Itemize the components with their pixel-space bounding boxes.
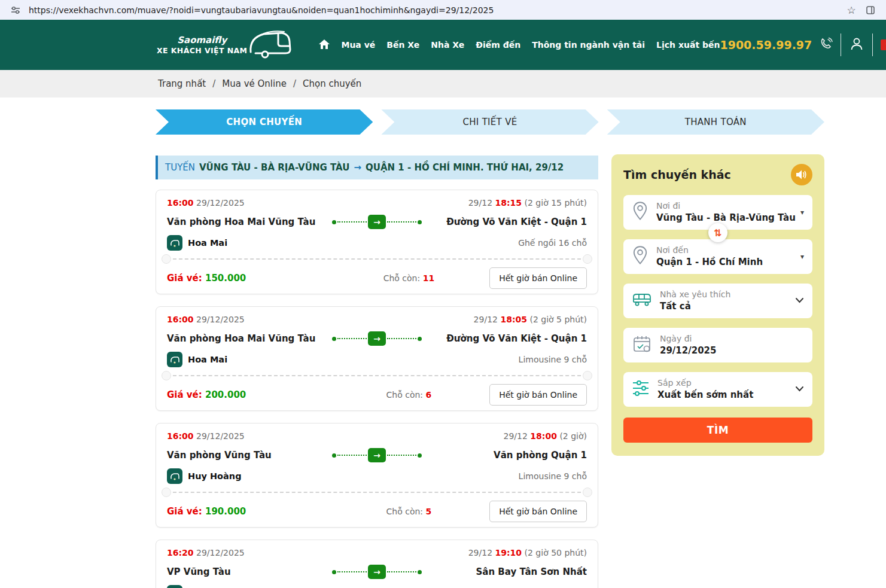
bus-direction-icon: → [368, 448, 386, 462]
ticket-divider [167, 492, 587, 493]
trip-card[interactable]: 16:20 29/12/2025 29/12 19:10 (2 giờ 50 p… [156, 540, 598, 588]
origin-point: Văn phòng Hoa Mai Vũng Tàu [167, 217, 326, 227]
destination-label: Nơi đến [656, 245, 763, 256]
favorite-operator-select[interactable]: Nhà xe yêu thích Tất cả [623, 284, 812, 318]
nav-item-thong-tin[interactable]: Thông tin ngành vận tải [532, 40, 645, 50]
departure-date: 29/12/2025 [196, 548, 245, 557]
audio-speaker-icon[interactable] [791, 164, 812, 185]
ticket-divider [167, 375, 587, 376]
destination-point: Đường Võ Văn Kiệt - Quận 1 [428, 333, 587, 344]
phone-icon [820, 37, 833, 53]
arrival-time: 18:15 [495, 198, 522, 208]
route-arrow-icon: → [354, 162, 361, 173]
brand-tagline: XE KHÁCH VIỆT NAM [157, 46, 247, 56]
favorite-operator-label: Nhà xe yêu thích [660, 289, 730, 300]
trip-card[interactable]: 16:00 29/12/2025 29/12 18:00 (2 giờ) Văn… [156, 423, 598, 528]
breadcrumb-home[interactable]: Trang nhất [158, 78, 206, 89]
arrival-time: 19:10 [495, 548, 522, 557]
breadcrumb-separator: / [293, 78, 296, 89]
step-chi-tiet-ve[interactable]: CHI TIẾT VÉ [381, 109, 598, 135]
destination-point: Đường Võ Văn Kiệt - Quận 1 [428, 217, 587, 227]
destination-point: Sân Bay Tân Sơn Nhất [428, 566, 587, 577]
site-settings-icon[interactable] [10, 4, 22, 16]
header-divider [841, 33, 841, 56]
departure-datetime: 16:20 29/12/2025 [167, 548, 245, 557]
arrival-datetime: 29/12 18:00 (2 giờ) [504, 431, 587, 441]
header-divider [872, 33, 873, 56]
trip-card[interactable]: 16:00 29/12/2025 29/12 18:05 (2 giờ 5 ph… [156, 306, 598, 411]
url-text[interactable]: https://vexekhachvn.com/muave/?noidi=vun… [29, 5, 838, 15]
departure-datetime: 16:00 29/12/2025 [167, 315, 245, 324]
operator-logo-icon [167, 468, 182, 484]
home-icon[interactable] [319, 39, 330, 51]
bus-icon [632, 292, 652, 310]
route-end-dot [418, 220, 422, 224]
header-right: 1900.59.99.97 [720, 33, 886, 56]
nav-item-ben-xe[interactable]: Bến Xe [386, 40, 419, 50]
brand-name: Saomaifly [157, 35, 247, 46]
arrival-datetime: 29/12 18:05 (2 giờ 5 phút) [474, 315, 587, 324]
route-progress-graphic: → [332, 331, 422, 346]
origin-point: Văn phòng Hoa Mai Vũng Tàu [167, 333, 326, 344]
arrival-datetime: 29/12 19:10 (2 giờ 50 phút) [468, 548, 587, 557]
destination-select[interactable]: Nơi đến Quận 1 - Hồ Chí Minh ▾ [623, 239, 812, 274]
vehicle-type: Limousine 9 chỗ [519, 471, 587, 481]
hotline-number[interactable]: 1900.59.99.97 [720, 38, 812, 51]
bus-direction-icon: → [368, 215, 386, 229]
location-pin-icon [632, 245, 648, 268]
departure-date: 29/12/2025 [196, 198, 245, 208]
favorite-operator-value: Tất cả [660, 300, 730, 312]
breadcrumb-mua-ve-online[interactable]: Mua vé Online [222, 78, 287, 89]
arrival-date: 29/12 [474, 315, 498, 324]
location-pin-icon [632, 201, 648, 224]
nav-item-nha-xe[interactable]: Nhà Xe [431, 40, 464, 50]
sidebar-title: Tìm chuyến khác [623, 168, 731, 181]
seats-remaining: Chỗ còn: 5 [328, 507, 490, 516]
origin-value: Vũng Tàu - Bà Rịa-Vũng Tàu [656, 212, 793, 224]
ticket-divider [167, 258, 587, 260]
price: Giá vé: 190.000 [167, 506, 328, 517]
origin-point: VP Vũng Tàu [167, 566, 326, 577]
breadcrumb-chon-chuyen[interactable]: Chọn chuyến [303, 78, 361, 89]
arrival-datetime: 29/12 18:15 (2 giờ 15 phút) [468, 198, 587, 208]
operator-name: Huy Hoàng [188, 471, 242, 481]
route-banner-from: VŨNG TÀU - BÀ RỊA-VŨNG TÀU [199, 162, 349, 173]
breadcrumb: Trang nhất / Mua vé Online / Chọn chuyến [0, 70, 886, 98]
swap-locations-icon[interactable]: ⇅ [708, 223, 727, 242]
trip-card[interactable]: 16:00 29/12/2025 29/12 18:15 (2 giờ 15 p… [156, 190, 598, 294]
route-banner-to: QUẬN 1 - HỒ CHÍ MINH [366, 162, 480, 173]
departure-time: 16:00 [167, 431, 194, 441]
side-panel-icon[interactable] [864, 4, 876, 16]
account-icon[interactable] [849, 36, 864, 54]
step-chon-chuyen[interactable]: CHỌN CHUYẾN [156, 109, 373, 135]
sale-closed-button[interactable]: Hết giờ bán Online [489, 501, 587, 522]
bookmark-star-icon[interactable]: ☆ [845, 4, 857, 16]
site-header: Saomaifly XE KHÁCH VIỆT NAM Mua vé Bến X… [0, 20, 886, 70]
bus-direction-icon: → [368, 565, 386, 579]
nav-item-diem-den[interactable]: Điểm đến [476, 40, 520, 50]
origin-label: Nơi đi [656, 200, 793, 212]
sort-select[interactable]: Sắp xếp Xuất bến sớm nhất [623, 372, 812, 407]
route-progress-graphic: → [332, 565, 422, 579]
travel-date-value: 29/12/2025 [660, 345, 716, 357]
sale-closed-button[interactable]: Hết giờ bán Online [489, 267, 587, 289]
step-thanh-toan[interactable]: THANH TOÁN [607, 109, 824, 135]
search-button[interactable]: TÌM [623, 418, 812, 443]
route-banner-day: . THỨ HAI, 29/12 [480, 162, 564, 173]
nav-item-lich-xuat-ben[interactable]: Lịch xuất bến [656, 40, 720, 50]
operator-logo-icon [167, 235, 182, 251]
trip-duration: (2 giờ 50 phút) [525, 548, 587, 557]
trip-duration: (2 giờ) [559, 431, 587, 441]
search-sidebar: Tìm chuyến khác ⇅ Nơi đi Vũng Tàu - Bà R… [611, 154, 824, 456]
site-logo[interactable]: Saomaifly XE KHÁCH VIỆT NAM [157, 28, 294, 62]
destination-point: Văn phòng Quận 1 [428, 450, 587, 461]
seats-remaining: Chỗ còn: 6 [328, 390, 490, 400]
nav-item-mua-ve[interactable]: Mua vé [341, 40, 375, 50]
vehicle-type: Limousine 9 chỗ [519, 355, 587, 364]
vietnam-flag-icon[interactable] [881, 39, 886, 50]
trip-list-column: TUYẾN VŨNG TÀU - BÀ RỊA-VŨNG TÀU → QUẬN … [156, 156, 598, 588]
sale-closed-button[interactable]: Hết giờ bán Online [489, 384, 587, 406]
travel-date-picker[interactable]: Ngày đi 29/12/2025 [623, 328, 812, 362]
price: Giá vé: 200.000 [167, 389, 328, 400]
chevron-down-icon [795, 385, 804, 394]
